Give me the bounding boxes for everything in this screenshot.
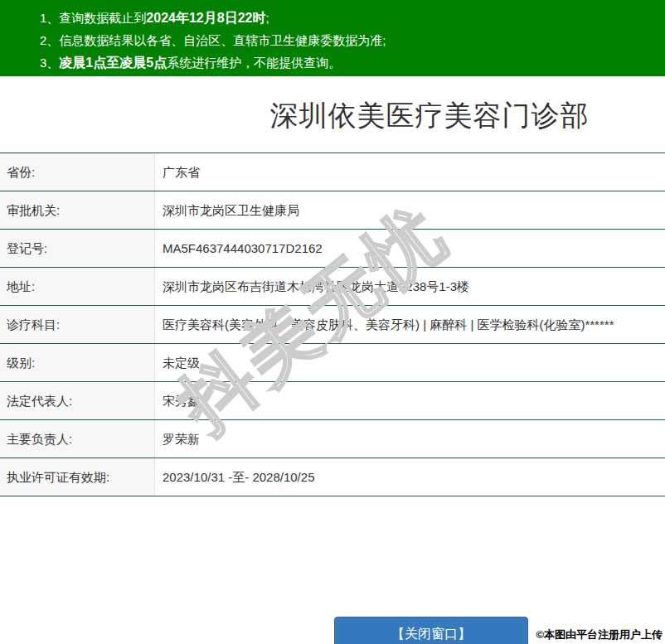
row-label: 级别: (0, 344, 155, 381)
row-value: 未定级 (155, 344, 665, 381)
table-row-treatment-subjects: 诊疗科目: 医疗美容科(美容外科、美容皮肤科、美容牙科) | 麻醉科 | 医学检… (0, 305, 665, 343)
notice-header: 1、查询数据截止到2024年12月8日22时; 2、信息数据结果以各省、自治区、… (0, 0, 665, 76)
row-value: 罗荣新 (155, 420, 665, 458)
notice-line: 1、查询数据截止到2024年12月8日22时; (40, 7, 657, 29)
row-label: 法定代表人: (0, 382, 155, 419)
notice-text-bold: 2024年12月8日22时 (146, 11, 265, 25)
row-value: 医疗美容科(美容外科、美容皮肤科、美容牙科) | 麻醉科 | 医学检验科(化验室… (155, 306, 665, 343)
info-table: 省份: 广东省 审批机关: 深圳市龙岗区卫生健康局 登记号: MA5F46374… (0, 153, 665, 496)
table-row-address: 地址: 深圳市龙岗区布吉街道木棉湾社区龙岗大道2238号1-3楼 (0, 267, 665, 305)
row-value: 宋秀鑫 (155, 382, 665, 419)
notice-text-bold: 凌晨1点至凌晨5点 (59, 56, 167, 70)
page: { "header": { "notices": [ { "prefix": "… (0, 0, 665, 644)
notice-line: 2、信息数据结果以各省、自治区、直辖市卫生健康委数据为准; (40, 29, 657, 51)
page-title: 深圳依美医疗美容门诊部 (270, 97, 590, 135)
notice-text: 2、信息数据结果以各省、自治区、直辖市卫生健康委数据为准; (40, 33, 386, 47)
notice-text: 系统进行维护，不能提供查询。 (167, 56, 341, 70)
table-row-license-validity: 执业许可证有效期: 2023/10/31 -至- 2028/10/25 (0, 458, 665, 496)
row-value: MA5F4637444030717D2162 (155, 230, 665, 267)
notice-line: 3、凌晨1点至凌晨5点系统进行维护，不能提供查询。 (40, 51, 657, 74)
row-label: 地址: (0, 268, 155, 305)
title-row: 深圳依美医疗美容门诊部 (0, 77, 665, 152)
table-row-principal: 主要负责人: 罗荣新 (0, 419, 665, 458)
row-value: 广东省 (155, 153, 665, 191)
row-label: 主要负责人: (0, 420, 155, 458)
row-value: 深圳市龙岗区布吉街道木棉湾社区龙岗大道2238号1-3楼 (155, 268, 665, 305)
notice-text: 1、查询数据截止到 (40, 11, 146, 25)
close-window-button[interactable]: 【关闭窗口】 (334, 617, 528, 644)
table-row-level: 级别: 未定级 (0, 343, 665, 381)
row-value: 深圳市龙岗区卫生健康局 (155, 191, 665, 229)
row-label: 登记号: (0, 230, 155, 267)
row-label: 诊疗科目: (0, 306, 155, 343)
row-value: 2023/10/31 -至- 2028/10/25 (155, 458, 665, 496)
notice-text: ; (265, 11, 269, 25)
row-label: 省份: (0, 153, 155, 191)
table-row-legal-representative: 法定代表人: 宋秀鑫 (0, 381, 665, 419)
table-row-approval-authority: 审批机关: 深圳市龙岗区卫生健康局 (0, 191, 665, 229)
table-row-province: 省份: 广东省 (0, 153, 665, 191)
row-label: 执业许可证有效期: (0, 458, 155, 496)
row-label: 审批机关: (0, 191, 155, 229)
notice-text: 3、 (40, 56, 59, 70)
copyright-note: ©本图由平台注册用户上传 (536, 627, 663, 642)
table-row-registration-number: 登记号: MA5F4637444030717D2162 (0, 229, 665, 267)
